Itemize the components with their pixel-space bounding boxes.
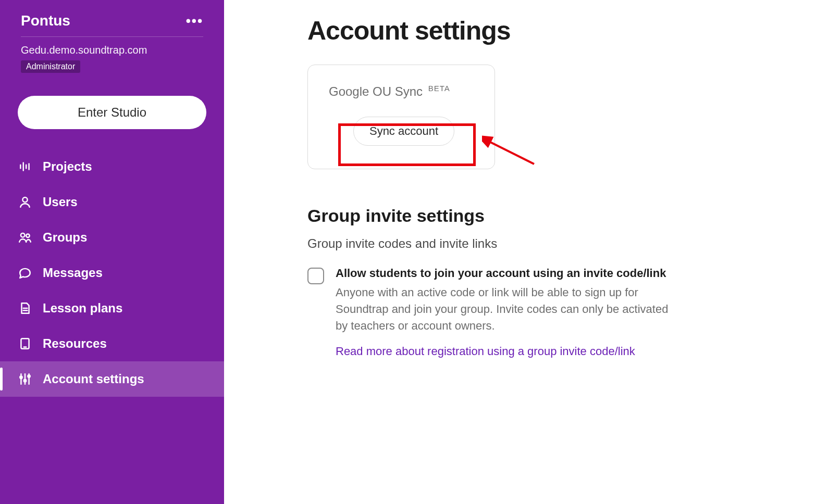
account-name: Pontus (21, 12, 70, 29)
sidebar-item-account-settings[interactable]: Account settings (0, 361, 224, 397)
sidebar-item-lesson-plans[interactable]: Lesson plans (0, 291, 224, 326)
allow-students-description: Anyone with an active code or link will … (336, 284, 674, 334)
svg-point-14 (20, 376, 22, 379)
allow-students-text: Allow students to join your account usin… (336, 267, 674, 358)
group-invite-heading: Group invite settings (307, 206, 780, 226)
account-domain: Gedu.demo.soundtrap.com (21, 44, 203, 56)
sidebar-item-label: Groups (43, 230, 87, 245)
role-badge: Administrator (21, 60, 80, 73)
enter-studio-button[interactable]: Enter Studio (18, 96, 206, 129)
chat-icon (18, 266, 32, 280)
document-icon (18, 301, 32, 316)
svg-point-5 (21, 233, 25, 237)
user-icon (18, 195, 32, 209)
sidebar-item-label: Lesson plans (43, 301, 122, 316)
sync-card-title-text: Google OU Sync (329, 84, 423, 98)
sidebar-title-row: Pontus ••• (21, 12, 203, 29)
sidebar-item-label: Messages (43, 266, 103, 280)
google-ou-sync-card: Google OU Sync BETA Sync account (307, 65, 495, 169)
group-invite-subheading: Group invite codes and invite links (307, 236, 780, 251)
more-menu-icon[interactable]: ••• (186, 14, 203, 28)
sidebar-header: Pontus ••• Gedu.demo.soundtrap.com Admin… (0, 0, 224, 82)
enter-studio-area: Enter Studio (0, 82, 224, 134)
sync-account-button[interactable]: Sync account (353, 117, 454, 146)
allow-students-setting-row: Allow students to join your account usin… (307, 267, 780, 358)
sidebar-item-label: Account settings (43, 372, 144, 386)
sync-button-wrap: Sync account (329, 117, 479, 146)
sidebar-item-users[interactable]: Users (0, 184, 224, 220)
annotation-arrow-icon (482, 133, 539, 169)
sidebar-subheader: Gedu.demo.soundtrap.com Administrator (21, 36, 203, 73)
sidebar-item-resources[interactable]: Resources (0, 326, 224, 361)
users-icon (18, 230, 32, 245)
svg-point-16 (28, 375, 30, 377)
svg-line-17 (487, 141, 534, 164)
allow-students-label: Allow students to join your account usin… (336, 267, 674, 280)
sidebar: Pontus ••• Gedu.demo.soundtrap.com Admin… (0, 0, 224, 504)
svg-point-15 (24, 380, 26, 382)
sliders-icon (18, 372, 32, 386)
svg-point-4 (22, 197, 27, 202)
sidebar-item-messages[interactable]: Messages (0, 255, 224, 291)
svg-point-6 (26, 234, 29, 238)
sync-card-title: Google OU Sync BETA (329, 84, 479, 99)
sidebar-item-label: Resources (43, 336, 107, 351)
main-content: Account settings Google OU Sync BETA Syn… (224, 0, 816, 504)
tablet-icon (18, 336, 32, 351)
sidebar-item-projects[interactable]: Projects (0, 149, 224, 184)
sidebar-item-label: Users (43, 195, 78, 209)
sidebar-nav: Projects Users Groups (0, 149, 224, 397)
beta-badge: BETA (428, 84, 450, 93)
sidebar-item-groups[interactable]: Groups (0, 220, 224, 255)
audio-levels-icon (18, 159, 32, 174)
sidebar-item-label: Projects (43, 159, 92, 174)
allow-students-checkbox[interactable] (307, 268, 324, 284)
page-title: Account settings (307, 16, 780, 46)
read-more-link[interactable]: Read more about registration using a gro… (336, 345, 635, 358)
